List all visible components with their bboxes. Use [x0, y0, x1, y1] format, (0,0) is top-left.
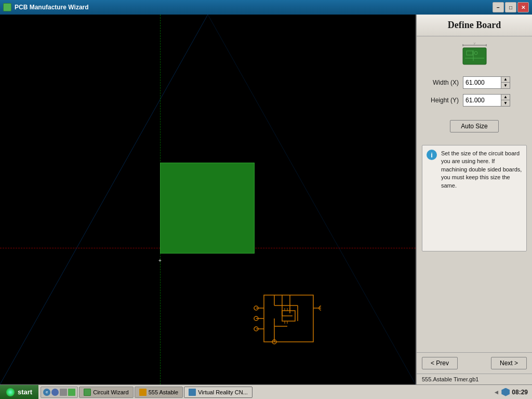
- height-label: Height (Y): [425, 97, 459, 104]
- task-icon-4: [68, 389, 75, 396]
- filename-label: 555.Astable Timer.gb1: [417, 374, 532, 384]
- taskbar-icon-area[interactable]: e: [41, 387, 78, 398]
- taskbar: start e Circuit Wizard 555 Astable Virtu…: [0, 384, 532, 399]
- panel-footer: < Prev Next >: [417, 352, 532, 374]
- cursor-indicator: +: [158, 258, 162, 262]
- svg-rect-32: [463, 48, 486, 64]
- panel-spacer: [417, 256, 532, 353]
- height-input[interactable]: [463, 95, 501, 106]
- close-button[interactable]: ✕: [517, 2, 529, 12]
- panel-icon-area: ?: [417, 36, 532, 72]
- taskbar-item-555[interactable]: 555 Astable: [135, 387, 183, 398]
- taskbar-folder-icon: [139, 389, 147, 396]
- globe-icon: [51, 389, 59, 396]
- prev-button[interactable]: < Prev: [422, 357, 458, 369]
- info-text: Set the size of the circuit board you ar…: [441, 150, 522, 247]
- svg-rect-2: [264, 295, 313, 342]
- width-row: Width (X) ▲ ▼: [425, 76, 524, 89]
- taskbar-circuit-label: Circuit Wizard: [93, 389, 128, 395]
- circuit-diagram: [254, 290, 321, 352]
- width-input-wrap: ▲ ▼: [463, 76, 510, 89]
- start-label: start: [18, 388, 32, 396]
- taskbar-vr-icon: [189, 389, 196, 396]
- height-up-button[interactable]: ▲: [501, 95, 510, 100]
- panel-form: Width (X) ▲ ▼ Height (Y) ▲ ▼: [417, 72, 532, 116]
- window-controls: − □ ✕: [493, 2, 529, 12]
- title-bar-left: PCB Manufacture Wizard: [3, 3, 89, 11]
- auto-size-button[interactable]: Auto Size: [450, 120, 498, 132]
- main-container: +: [0, 15, 532, 384]
- panel-title: Define Board: [448, 20, 501, 30]
- width-down-button[interactable]: ▼: [501, 83, 510, 88]
- title-bar: PCB Manufacture Wizard − □ ✕: [0, 0, 532, 15]
- taskbar-vr-label: Virtual Reality CN...: [198, 389, 248, 395]
- status-time: 08:29: [512, 389, 528, 396]
- app-icon: [3, 3, 11, 11]
- pcb-board: [160, 163, 255, 254]
- taskbar-circuit-icon: [84, 389, 91, 396]
- taskbar-555-label: 555 Astable: [149, 389, 179, 395]
- status-right: ◄ 08:29: [489, 388, 532, 396]
- taskbar-items: e Circuit Wizard 555 Astable Virtual Rea…: [38, 387, 489, 398]
- width-input[interactable]: [463, 77, 501, 88]
- canvas-area[interactable]: +: [0, 15, 416, 384]
- width-up-button[interactable]: ▲: [501, 77, 510, 83]
- panel-header: Define Board: [417, 15, 532, 36]
- arrow-left-icon: ◄: [493, 389, 499, 396]
- height-spinner: ▲ ▼: [501, 95, 510, 106]
- height-down-button[interactable]: ▼: [501, 100, 510, 106]
- window-title: PCB Manufacture Wizard: [15, 4, 89, 11]
- start-logo: [6, 388, 15, 396]
- start-button[interactable]: start: [0, 385, 38, 400]
- width-spinner: ▲ ▼: [501, 77, 510, 88]
- info-box: i Set the size of the circuit board you …: [422, 145, 527, 251]
- width-label: Width (X): [425, 79, 459, 86]
- task-icon-3: [60, 389, 67, 396]
- info-icon: i: [427, 150, 437, 160]
- height-input-wrap: ▲ ▼: [463, 94, 510, 107]
- minimize-button[interactable]: −: [493, 2, 504, 12]
- next-button[interactable]: Next >: [491, 357, 527, 369]
- taskbar-item-circuit[interactable]: Circuit Wizard: [79, 387, 133, 398]
- right-panel: Define Board ? Width (X): [416, 15, 532, 384]
- svg-text:?: ?: [473, 43, 475, 45]
- height-row: Height (Y) ▲ ▼: [425, 94, 524, 107]
- circuit-svg: [254, 290, 321, 352]
- board-preview-icon: ?: [460, 43, 489, 66]
- ie-icon: e: [43, 389, 50, 396]
- taskbar-item-vr[interactable]: Virtual Reality CN...: [184, 387, 252, 398]
- shield-icon: [501, 388, 510, 396]
- maximize-button[interactable]: □: [505, 2, 516, 12]
